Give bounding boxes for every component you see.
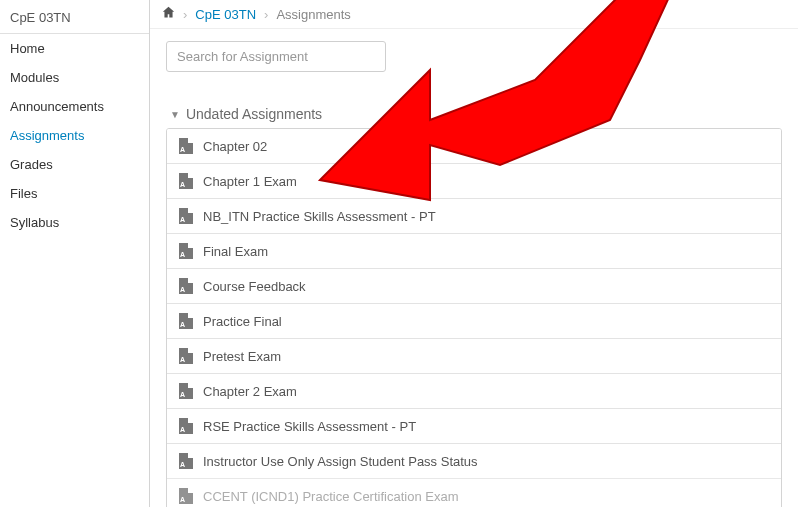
assignment-title: Pretest Exam [203, 349, 281, 364]
assignment-icon [179, 243, 193, 259]
assignment-row[interactable]: Instructor Use Only Assign Student Pass … [167, 443, 781, 478]
course-sidebar: CpE 03TN HomeModulesAnnouncementsAssignm… [0, 0, 150, 507]
sidebar-item-modules[interactable]: Modules [0, 63, 149, 92]
search-input[interactable] [166, 41, 386, 72]
assignment-title: Course Feedback [203, 279, 306, 294]
assignment-icon [179, 453, 193, 469]
assignment-title: Chapter 02 [203, 139, 267, 154]
sidebar-item-home[interactable]: Home [0, 34, 149, 63]
assignment-icon [179, 173, 193, 189]
assignment-row[interactable]: Course Feedback [167, 268, 781, 303]
breadcrumb-current: Assignments [276, 7, 350, 22]
assignment-title: CCENT (ICND1) Practice Certification Exa… [203, 489, 458, 504]
assignment-title: NB_ITN Practice Skills Assessment - PT [203, 209, 436, 224]
assignment-icon [179, 313, 193, 329]
assignment-row[interactable]: NB_ITN Practice Skills Assessment - PT [167, 198, 781, 233]
assignment-icon [179, 348, 193, 364]
assignment-icon [179, 488, 193, 504]
assignment-row[interactable]: Pretest Exam [167, 338, 781, 373]
assignment-icon [179, 418, 193, 434]
assignment-title: Chapter 1 Exam [203, 174, 297, 189]
assignment-icon [179, 383, 193, 399]
course-code: CpE 03TN [0, 4, 149, 34]
chevron-right-icon: › [264, 7, 268, 22]
assignment-row[interactable]: RSE Practice Skills Assessment - PT [167, 408, 781, 443]
breadcrumb: › CpE 03TN › Assignments [150, 0, 798, 29]
main-panel: › CpE 03TN › Assignments ▼ Undated Assig… [150, 0, 798, 507]
sidebar-item-grades[interactable]: Grades [0, 150, 149, 179]
assignment-icon [179, 138, 193, 154]
sidebar-item-syllabus[interactable]: Syllabus [0, 208, 149, 237]
home-icon[interactable] [162, 6, 175, 22]
assignment-row[interactable]: Chapter 2 Exam [167, 373, 781, 408]
assignment-icon [179, 208, 193, 224]
assignment-title: Chapter 2 Exam [203, 384, 297, 399]
assignment-icon [179, 278, 193, 294]
assignment-title: Practice Final [203, 314, 282, 329]
course-nav: HomeModulesAnnouncementsAssignmentsGrade… [0, 34, 149, 237]
assignment-row[interactable]: Final Exam [167, 233, 781, 268]
assignment-row[interactable]: Practice Final [167, 303, 781, 338]
sidebar-item-assignments[interactable]: Assignments [0, 121, 149, 150]
assignment-title: RSE Practice Skills Assessment - PT [203, 419, 416, 434]
assignment-group-title: Undated Assignments [186, 106, 322, 122]
sidebar-item-announcements[interactable]: Announcements [0, 92, 149, 121]
assignment-group-header[interactable]: ▼ Undated Assignments [166, 100, 782, 128]
assignment-row[interactable]: Chapter 1 Exam [167, 163, 781, 198]
sidebar-item-files[interactable]: Files [0, 179, 149, 208]
triangle-down-icon: ▼ [170, 109, 180, 120]
assignment-title: Instructor Use Only Assign Student Pass … [203, 454, 478, 469]
assignment-row[interactable]: CCENT (ICND1) Practice Certification Exa… [167, 478, 781, 507]
assignment-row[interactable]: Chapter 02 [167, 129, 781, 163]
chevron-right-icon: › [183, 7, 187, 22]
assignment-title: Final Exam [203, 244, 268, 259]
breadcrumb-course-link[interactable]: CpE 03TN [195, 7, 256, 22]
assignment-list: Chapter 02Chapter 1 ExamNB_ITN Practice … [166, 128, 782, 507]
